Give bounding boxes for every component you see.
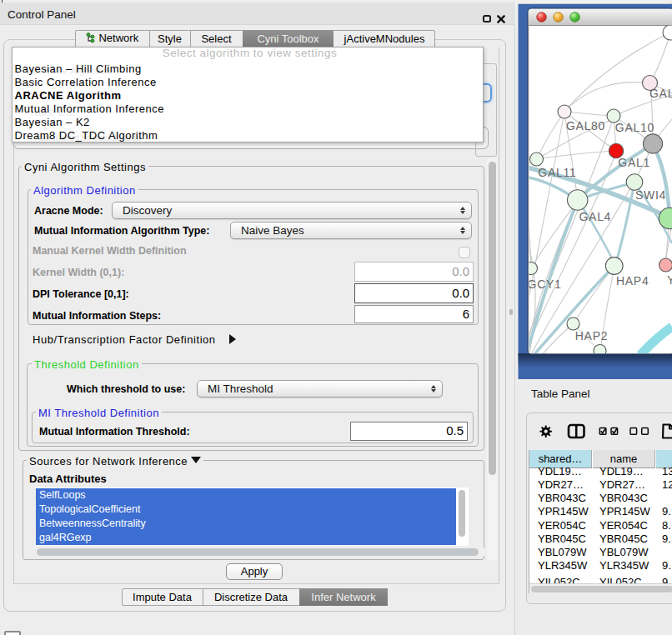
svg-text:GAL4: GAL4 (579, 210, 612, 223)
svg-text:GAL11: GAL11 (538, 166, 576, 179)
svg-text:GAL10: GAL10 (615, 121, 654, 134)
svg-text:HAP4: HAP4 (616, 274, 649, 288)
svg-text:SWI4: SWI4 (635, 188, 666, 202)
svg-text:GAL: GAL (649, 87, 672, 100)
svg-text:Y: Y (667, 273, 672, 287)
svg-text:GCY1: GCY1 (528, 278, 562, 291)
svg-text:GAL80: GAL80 (566, 119, 605, 132)
svg-text:HAP2: HAP2 (575, 329, 608, 342)
svg-text:GAL1: GAL1 (618, 156, 650, 169)
